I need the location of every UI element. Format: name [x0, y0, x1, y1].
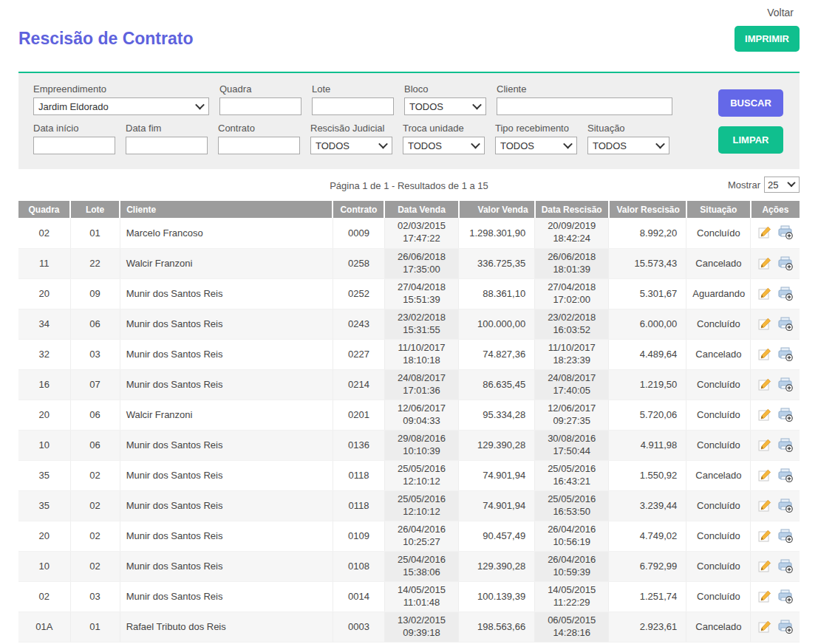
edit-pencil-icon[interactable] — [757, 438, 772, 453]
edit-pencil-icon[interactable] — [757, 468, 772, 483]
cell-data-venda: 24/08/201717:01:36 — [384, 369, 458, 400]
cell-contrato: 0009 — [333, 218, 384, 248]
edit-pencil-icon[interactable] — [757, 589, 772, 604]
cliente-input[interactable] — [497, 97, 672, 115]
cell-situacao: Concluído — [686, 369, 751, 400]
cell-situacao: Concluído — [686, 581, 751, 612]
cell-lote: 03 — [70, 339, 120, 369]
cell-data-venda: 23/02/201815:31:55 — [384, 309, 458, 339]
table-row: 32 03 Munir dos Santos Reis 0227 11/10/2… — [18, 339, 800, 369]
cell-valor-rescisao: 1.251,74 — [609, 581, 686, 612]
cell-data-rescisao: 26/06/201818:01:39 — [535, 248, 609, 278]
printer-add-icon[interactable] — [777, 499, 794, 513]
edit-pencil-icon[interactable] — [757, 559, 772, 574]
printer-add-icon[interactable] — [777, 589, 794, 604]
bloco-select[interactable]: TODOS — [404, 97, 486, 115]
cell-quadra: 10 — [18, 551, 70, 581]
cell-cliente: Munir dos Santos Reis — [120, 430, 333, 460]
cell-contrato: 0258 — [333, 248, 384, 278]
cell-valor-venda: 1.298.301,90 — [459, 218, 535, 248]
cell-cliente: Rafael Tributo dos Reis — [120, 612, 333, 642]
edit-pencil-icon[interactable] — [757, 256, 772, 271]
printer-add-icon[interactable] — [777, 256, 794, 271]
table-row: 01A 01 Rafael Tributo dos Reis 0003 13/0… — [18, 612, 800, 642]
mostrar-label: Mostrar — [728, 179, 760, 191]
printer-add-icon[interactable] — [777, 408, 794, 422]
cell-quadra: 16 — [18, 369, 70, 400]
empreendimento-label: Empreendimento — [33, 83, 209, 95]
cell-situacao: Cancelado — [686, 248, 751, 278]
cell-lote: 02 — [70, 460, 120, 490]
cell-situacao: Concluído — [686, 521, 751, 551]
cell-acoes — [751, 218, 800, 248]
cell-data-rescisao: 14/05/201511:22:29 — [535, 581, 609, 612]
printer-add-icon[interactable] — [777, 620, 794, 634]
printer-add-icon[interactable] — [777, 225, 794, 240]
mostrar-select[interactable]: 25 — [764, 177, 800, 193]
printer-add-icon[interactable] — [777, 377, 794, 392]
cell-valor-rescisao: 6.000,00 — [609, 309, 686, 339]
cell-data-venda: 26/06/201817:35:00 — [384, 248, 458, 278]
filter-panel: Empreendimento Jardim Eldorado Quadra Lo… — [18, 72, 800, 169]
cell-valor-rescisao: 5.720,06 — [609, 400, 686, 430]
cell-acoes — [751, 490, 800, 521]
edit-pencil-icon[interactable] — [757, 347, 772, 362]
quadra-input[interactable] — [219, 97, 301, 115]
empreendimento-select[interactable]: Jardim Eldorado — [33, 97, 209, 115]
cell-lote: 06 — [70, 400, 120, 430]
back-link[interactable]: Voltar — [767, 7, 794, 18]
cell-valor-venda: 336.725,35 — [459, 248, 535, 278]
title-row: Rescisão de Contrato IMPRIMIR — [18, 26, 800, 52]
rescisao-judicial-select[interactable]: TODOS — [310, 137, 392, 154]
printer-add-icon[interactable] — [777, 347, 794, 362]
printer-add-icon[interactable] — [777, 559, 794, 574]
cell-situacao: Concluído — [686, 400, 751, 430]
cell-cliente: Munir dos Santos Reis — [120, 460, 333, 490]
buscar-button[interactable]: BUSCAR — [718, 89, 783, 117]
cell-data-rescisao: 20/09/201918:42:24 — [535, 218, 609, 248]
cell-cliente: Munir dos Santos Reis — [120, 551, 333, 581]
cell-lote: 06 — [70, 309, 120, 339]
contrato-input[interactable] — [218, 137, 300, 154]
cell-quadra: 11 — [18, 248, 70, 278]
cell-data-rescisao: 06/05/201514:28:16 — [535, 612, 609, 642]
cell-contrato: 0252 — [333, 278, 384, 309]
cell-situacao: Cancelado — [686, 339, 751, 369]
edit-pencil-icon[interactable] — [757, 620, 772, 634]
printer-add-icon[interactable] — [777, 468, 794, 483]
situacao-select[interactable]: TODOS — [587, 137, 669, 154]
cell-situacao: Concluído — [686, 309, 751, 339]
limpar-button[interactable]: LIMPAR — [718, 126, 783, 154]
cell-acoes — [751, 248, 800, 278]
edit-pencil-icon[interactable] — [757, 287, 772, 301]
edit-pencil-icon[interactable] — [757, 408, 772, 422]
cell-data-rescisao: 11/10/201718:23:39 — [535, 339, 609, 369]
edit-pencil-icon[interactable] — [757, 317, 772, 332]
edit-pencil-icon[interactable] — [757, 225, 772, 240]
data-inicio-input[interactable] — [33, 137, 115, 154]
tipo-recebimento-select[interactable]: TODOS — [495, 137, 577, 154]
cell-situacao: Concluído — [686, 490, 751, 521]
edit-pencil-icon[interactable] — [757, 529, 772, 544]
print-button[interactable]: IMPRIMIR — [735, 26, 800, 52]
cell-lote: 01 — [70, 218, 120, 248]
cell-valor-venda: 90.457,49 — [459, 521, 535, 551]
lote-input[interactable] — [312, 97, 394, 115]
col-header-valor-rescisao: Valor Rescisão — [609, 201, 686, 218]
printer-add-icon[interactable] — [777, 529, 794, 544]
data-fim-input[interactable] — [126, 137, 208, 154]
pagination-summary: Página 1 de 1 - Resultados de 1 a 15 — [330, 180, 488, 191]
troca-unidade-select[interactable]: TODOS — [403, 137, 485, 154]
printer-add-icon[interactable] — [777, 317, 794, 332]
tipo-recebimento-label: Tipo recebimento — [495, 123, 577, 134]
edit-pencil-icon[interactable] — [757, 377, 772, 392]
col-header-acoes: Ações — [751, 201, 800, 218]
cell-valor-rescisao: 15.573,43 — [609, 248, 686, 278]
cell-acoes — [751, 551, 800, 581]
col-header-valor-venda: Valor Venda — [459, 201, 535, 218]
cell-data-venda: 25/05/201612:10:12 — [384, 460, 458, 490]
results-table-header: Quadra Lote Cliente Contrato Data Venda … — [18, 201, 800, 218]
edit-pencil-icon[interactable] — [757, 499, 772, 513]
printer-add-icon[interactable] — [777, 287, 794, 301]
printer-add-icon[interactable] — [777, 438, 794, 453]
